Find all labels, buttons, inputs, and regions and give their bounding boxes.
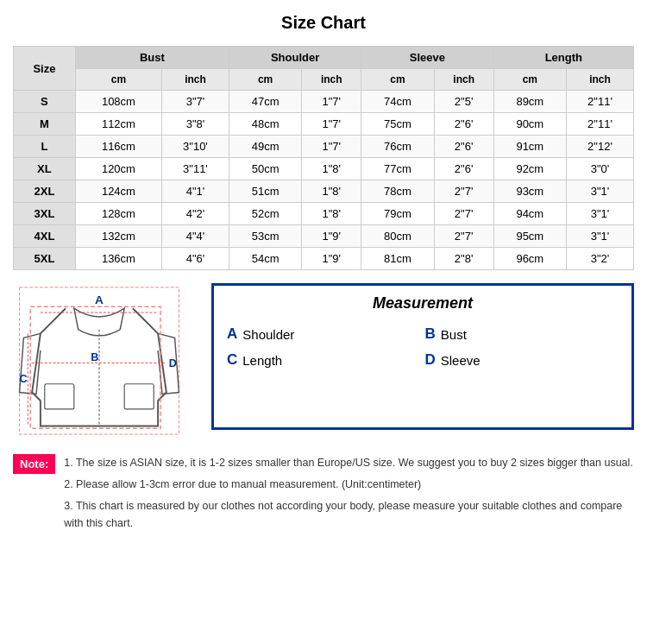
svg-rect-3 <box>124 384 154 409</box>
table-row: 3XL 128cm 4"2' 52cm 1"8' 79cm 2"7' 94cm … <box>14 203 634 225</box>
length-cm-cell: 96cm <box>493 248 566 270</box>
sleeve-cm-cell: 79cm <box>361 203 434 225</box>
table-row: 4XL 132cm 4"4' 53cm 1"9' 80cm 2"7' 95cm … <box>14 225 634 248</box>
length-inch-header: inch <box>567 69 634 91</box>
sleeve-inch-cell: 2"6' <box>434 136 493 158</box>
length-inch-cell: 3"1' <box>567 203 634 225</box>
sleeve-cm-header: cm <box>361 69 434 91</box>
bust-inch-cell: 4"4' <box>162 225 229 248</box>
measure-label: Sleeve <box>441 353 481 368</box>
bust-inch-header: inch <box>162 69 229 91</box>
measure-label: Bust <box>441 327 467 342</box>
size-chart-table: Size Bust Shoulder Sleeve Length cm inch… <box>13 46 634 270</box>
sleeve-inch-cell: 2"7' <box>434 180 493 203</box>
shoulder-inch-cell: 1"8' <box>302 158 361 180</box>
size-cell: 5XL <box>14 248 76 270</box>
length-inch-cell: 2"11' <box>567 91 634 113</box>
length-cm-cell: 89cm <box>493 91 566 113</box>
sleeve-cm-cell: 77cm <box>361 158 434 180</box>
size-cell: 4XL <box>14 225 76 248</box>
length-inch-cell: 3"2' <box>567 248 634 270</box>
length-cm-cell: 92cm <box>493 158 566 180</box>
note-content: 1. The size is ASIAN size, it is 1-2 siz… <box>64 454 634 536</box>
measurement-grid: AShoulderBBustCLengthDSleeve <box>227 325 619 369</box>
svg-text:B: B <box>91 351 98 363</box>
length-cm-cell: 95cm <box>493 225 566 248</box>
sleeve-inch-cell: 2"5' <box>434 91 493 113</box>
bust-header: Bust <box>75 47 229 69</box>
table-row: XL 120cm 3"11' 50cm 1"8' 77cm 2"6' 92cm … <box>14 158 634 180</box>
size-header: Size <box>14 47 76 91</box>
note-point: 2. Please allow 1-3cm error due to manua… <box>64 476 634 493</box>
bust-cm-cell: 132cm <box>75 225 161 248</box>
note-point: 3. This chart is measured by our clothes… <box>64 497 634 532</box>
bust-inch-cell: 3"10' <box>162 136 229 158</box>
bust-inch-cell: 4"2' <box>162 203 229 225</box>
table-row: L 116cm 3"10' 49cm 1"7' 76cm 2"6' 91cm 2… <box>14 136 634 158</box>
measurement-item: BBust <box>425 325 619 343</box>
bottom-section: A B C D Measurement AShoulderBBustCLengt… <box>13 283 634 441</box>
svg-rect-2 <box>45 384 74 409</box>
sleeve-cm-cell: 80cm <box>361 225 434 248</box>
sleeve-inch-header: inch <box>434 69 493 91</box>
size-cell: 3XL <box>14 203 76 225</box>
size-cell: XL <box>14 158 76 180</box>
measure-letter: D <box>425 351 436 369</box>
note-section: Note: 1. The size is ASIAN size, it is 1… <box>13 454 634 536</box>
sleeve-inch-cell: 2"6' <box>434 158 493 180</box>
length-inch-cell: 2"11' <box>567 113 634 136</box>
measurement-item: CLength <box>227 351 421 369</box>
bust-cm-cell: 136cm <box>75 248 161 270</box>
length-inch-cell: 3"1' <box>567 225 634 248</box>
measure-label: Length <box>242 353 282 368</box>
sleeve-inch-cell: 2"7' <box>434 203 493 225</box>
table-row: S 108cm 3"7' 47cm 1"7' 74cm 2"5' 89cm 2"… <box>14 91 634 113</box>
shoulder-cm-header: cm <box>229 69 301 91</box>
shoulder-inch-cell: 1"7' <box>302 91 361 113</box>
shoulder-cm-cell: 51cm <box>229 180 301 203</box>
table-row: 5XL 136cm 4"6' 54cm 1"9' 81cm 2"8' 96cm … <box>14 248 634 270</box>
bust-cm-cell: 128cm <box>75 203 161 225</box>
main-container: Size Chart Size Bust Shoulder Sleeve Len… <box>0 0 647 545</box>
shoulder-inch-cell: 1"8' <box>302 180 361 203</box>
table-row: 2XL 124cm 4"1' 51cm 1"8' 78cm 2"7' 93cm … <box>14 180 634 203</box>
sleeve-cm-cell: 75cm <box>361 113 434 136</box>
shoulder-inch-cell: 1"8' <box>302 203 361 225</box>
measurement-item: AShoulder <box>227 325 421 343</box>
bust-cm-cell: 116cm <box>75 136 161 158</box>
shoulder-cm-cell: 53cm <box>229 225 301 248</box>
measurement-title: Measurement <box>227 294 619 313</box>
length-header: Length <box>493 47 633 69</box>
bust-inch-cell: 3"7' <box>162 91 229 113</box>
measure-letter: B <box>425 325 436 343</box>
bust-inch-cell: 3"8' <box>162 113 229 136</box>
sleeve-cm-cell: 78cm <box>361 180 434 203</box>
measurement-item: DSleeve <box>425 351 619 369</box>
length-inch-cell: 3"0' <box>567 158 634 180</box>
bust-cm-cell: 112cm <box>75 113 161 136</box>
length-cm-cell: 91cm <box>493 136 566 158</box>
size-cell: M <box>14 113 76 136</box>
shoulder-inch-cell: 1"7' <box>302 113 361 136</box>
size-cell: 2XL <box>14 180 76 203</box>
shoulder-inch-cell: 1"9' <box>302 248 361 270</box>
shoulder-cm-cell: 52cm <box>229 203 301 225</box>
bust-cm-header: cm <box>75 69 161 91</box>
measure-label: Shoulder <box>242 327 294 342</box>
table-row: M 112cm 3"8' 48cm 1"7' 75cm 2"6' 90cm 2"… <box>14 113 634 136</box>
jacket-svg: A B C D <box>13 283 185 439</box>
bust-cm-cell: 108cm <box>75 91 161 113</box>
sleeve-inch-cell: 2"7' <box>434 225 493 248</box>
length-cm-cell: 94cm <box>493 203 566 225</box>
length-inch-cell: 2"12' <box>567 136 634 158</box>
length-cm-cell: 93cm <box>493 180 566 203</box>
size-cell: S <box>14 91 76 113</box>
note-label: Note: <box>13 454 55 474</box>
sleeve-inch-cell: 2"8' <box>434 248 493 270</box>
shoulder-inch-cell: 1"7' <box>302 136 361 158</box>
bust-inch-cell: 3"11' <box>162 158 229 180</box>
sleeve-cm-cell: 76cm <box>361 136 434 158</box>
measurement-box: Measurement AShoulderBBustCLengthDSleeve <box>211 283 634 430</box>
length-cm-cell: 90cm <box>493 113 566 136</box>
note-point: 1. The size is ASIAN size, it is 1-2 siz… <box>64 454 634 471</box>
